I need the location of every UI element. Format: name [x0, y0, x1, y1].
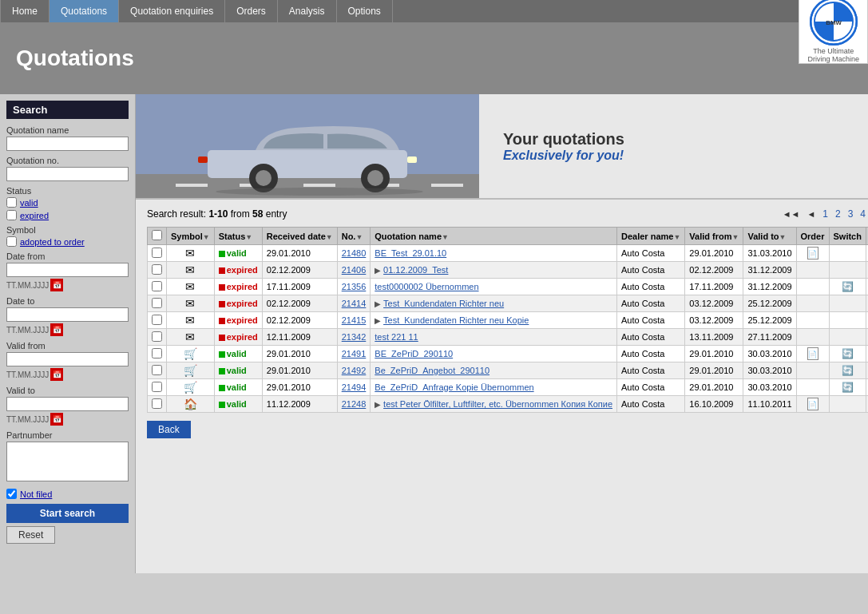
pagination-page-3[interactable]: 3 [846, 208, 856, 220]
row-checkbox[interactable] [152, 382, 162, 392]
valid-from-input[interactable] [6, 352, 129, 366]
hero-image [136, 94, 479, 198]
order-doc-icon[interactable]: 📄 [807, 247, 818, 259]
quotation-no-input[interactable] [6, 167, 129, 181]
table-row: ✉expired12.11.200921342test 221 11Auto C… [148, 329, 869, 346]
switch-icon[interactable]: 🔄 [842, 348, 854, 359]
back-button[interactable]: Back [147, 421, 191, 438]
row-status-cell: valid [214, 362, 262, 379]
row-checkbox-cell [148, 329, 167, 346]
row-checkbox[interactable] [152, 248, 162, 258]
row-checkbox[interactable] [152, 281, 162, 291]
th-symbol: Symbol▼ [167, 228, 215, 245]
pagination-first[interactable]: ◄◄ [780, 208, 803, 220]
not-filed-label[interactable]: Not filed [20, 489, 52, 499]
quotation-no-link[interactable]: 21414 [342, 299, 367, 308]
quotation-name-link[interactable]: Test_Kundendaten Richter neu [383, 299, 504, 308]
reset-button[interactable]: Reset [6, 526, 55, 544]
row-checkbox[interactable] [152, 315, 162, 325]
nav-quotations[interactable]: Quotations [50, 0, 119, 22]
switch-icon[interactable]: 🔄 [842, 382, 854, 393]
table-row: ✉valid29.01.201021480BE_Test_29.01.10Aut… [148, 245, 869, 262]
quotation-no-link[interactable]: 21356 [342, 282, 367, 291]
not-filed-checkbox[interactable] [6, 489, 17, 499]
th-status: Status▼ [214, 228, 262, 245]
th-no: No.▼ [337, 228, 371, 245]
partnumber-input[interactable] [6, 442, 129, 481]
date-from-input[interactable] [6, 263, 129, 277]
pagination-prev[interactable]: ◄ [804, 208, 818, 220]
date-from-calendar-icon[interactable]: 📅 [50, 279, 63, 291]
quotation-no-link[interactable]: 21491 [342, 349, 367, 358]
nav-options[interactable]: Options [337, 0, 393, 22]
row-received-date: 12.11.2009 [262, 329, 337, 346]
row-no: 21494 [337, 379, 371, 396]
adopted-checkbox[interactable] [6, 236, 17, 247]
select-all-checkbox[interactable] [152, 230, 162, 240]
status-expired-label[interactable]: expired [20, 211, 49, 220]
start-search-button[interactable]: Start search [6, 504, 129, 523]
quotation-name-link[interactable]: 01.12.2009_Test [383, 265, 448, 275]
quotation-no-link[interactable]: 21480 [342, 248, 367, 258]
valid-to-calendar-icon[interactable]: 📅 [50, 413, 63, 426]
row-valid-to: 25.12.2009 [743, 312, 796, 329]
pagination-page-2[interactable]: 2 [833, 208, 843, 220]
valid-to-input[interactable] [6, 397, 129, 411]
adopted-label[interactable]: adopted to order [20, 237, 85, 247]
pagination-page-4[interactable]: 4 [858, 208, 868, 220]
quotation-name-link[interactable]: Test_Kundendaten Richter neu Kopie [383, 315, 529, 325]
row-checkbox[interactable] [152, 331, 162, 342]
date-to-calendar-icon[interactable]: 📅 [50, 323, 63, 336]
status-dot-icon [219, 301, 225, 307]
mail-icon: ✉ [185, 280, 195, 293]
order-doc-icon[interactable]: 📄 [807, 347, 818, 360]
quotation-name-link[interactable]: test 221 11 [375, 332, 418, 342]
quotation-no-link[interactable]: 21415 [342, 315, 367, 325]
nav-analysis[interactable]: Analysis [278, 0, 337, 22]
row-status-cell: valid [214, 245, 262, 262]
row-valid-to: 11.10.2011 [743, 396, 796, 413]
row-quotation-name: Be_ZePriD_Angebot_290110 [371, 362, 617, 379]
quotation-no-link[interactable]: 21406 [342, 265, 367, 275]
status-expired-checkbox[interactable] [6, 210, 17, 220]
partnumber-label: Partnumber [6, 430, 129, 440]
row-checkbox[interactable] [152, 264, 162, 275]
date-to-input[interactable] [6, 307, 129, 322]
quotation-name-link[interactable]: BE_Test_29.01.10 [375, 248, 446, 258]
date-to-group: Date to TT.MM.JJJJ 📅 [6, 296, 129, 336]
status-valid-checkbox[interactable] [6, 197, 17, 208]
row-checkbox-cell [148, 346, 167, 362]
quotation-no-link[interactable]: 21494 [342, 382, 367, 392]
table-row: ✉expired17.11.200921356test0000002 Übern… [148, 279, 869, 295]
valid-from-calendar-icon[interactable]: 📅 [50, 368, 63, 381]
pagination-page-1[interactable]: 1 [820, 208, 830, 220]
row-checkbox[interactable] [152, 365, 162, 375]
adopted-row: adopted to order [6, 236, 129, 247]
row-checkbox[interactable] [152, 298, 162, 308]
row-checkbox[interactable] [152, 348, 162, 358]
nav-quotation-enquiries[interactable]: Quotation enquiries [119, 0, 225, 22]
nav-home[interactable]: Home [0, 0, 50, 22]
quotation-name-link[interactable]: BE_ZePriD_290110 [375, 349, 453, 358]
nav-orders[interactable]: Orders [225, 0, 278, 22]
status-dot-icon [219, 335, 225, 341]
quotation-no-link[interactable]: 21248 [342, 399, 367, 409]
status-valid-label[interactable]: valid [20, 198, 38, 208]
quotation-name-input[interactable] [6, 137, 129, 151]
quotation-no-link[interactable]: 21342 [342, 332, 367, 342]
switch-icon[interactable]: 🔄 [842, 281, 854, 292]
row-switch-cell [829, 396, 866, 413]
order-doc-icon[interactable]: 📄 [807, 398, 818, 410]
quotation-name-link[interactable]: test0000002 Übernommen [375, 282, 478, 291]
quotation-name-link[interactable]: Be_ZePriD_Angebot_290110 [375, 366, 489, 375]
row-checkbox[interactable] [152, 398, 162, 409]
quotation-no-link[interactable]: 21492 [342, 366, 367, 375]
status-label: expired [227, 282, 258, 291]
quotation-name-link[interactable]: Be_ZePriD_Anfrage Kopie Übernommen [375, 382, 533, 392]
row-valid-from: 29.01.2010 [685, 362, 743, 379]
th-order: Order [796, 228, 829, 245]
switch-icon[interactable]: 🔄 [842, 365, 854, 376]
hero-section: Your quotations Exclusively for you! [136, 94, 868, 200]
quotation-name-link[interactable]: test Peter Ölfilter, Luftfilter, etc. Üb… [383, 399, 612, 409]
row-no: 21342 [337, 329, 371, 346]
